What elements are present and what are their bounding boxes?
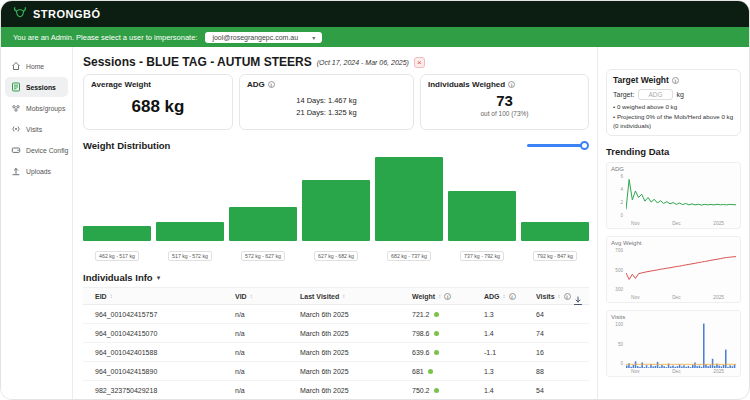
histogram-range-slider[interactable]	[527, 141, 589, 150]
cell-last-visited: March 6th 2025	[300, 368, 412, 375]
sidebar-item-visits[interactable]: Visits	[5, 119, 68, 139]
chart-title: Visits	[611, 314, 736, 320]
app-logo-text: STRONGBÓ	[33, 8, 101, 20]
cell-visits: 16	[536, 349, 582, 356]
download-icon[interactable]	[573, 292, 583, 310]
cell-adg: 1.3	[484, 368, 536, 375]
sort-icon[interactable]: ↕	[503, 293, 506, 299]
table-row[interactable]: 964_001042401588n/aMarch 6th 2025639.6-1…	[83, 343, 589, 362]
app-window: STRONGBÓ You are an Admin. Please select…	[0, 0, 750, 400]
sort-icon[interactable]: ↕	[342, 293, 345, 299]
table-row[interactable]: 964_001042415757n/aMarch 6th 2025721.21.…	[83, 305, 589, 324]
slider-knob[interactable]	[580, 141, 589, 150]
user-impersonate-select[interactable]: jool@rosegrangepc.com.au ▾	[205, 32, 322, 43]
individuals-table: EID↕ VID↕ Last Visited↕ Weight↕i ADG↕i V…	[83, 287, 589, 399]
individuals-info-title: Individuals Info	[83, 272, 153, 283]
cell-vid: n/a	[235, 368, 300, 375]
target-weight-input[interactable]: ADG	[638, 89, 672, 100]
chart-title: ADG	[611, 166, 736, 172]
col-header-weight[interactable]: Weight↕i	[412, 293, 484, 300]
weight-distribution-section: Weight Distribution 462 kg - 517 kg517 k…	[83, 139, 589, 262]
adg-21-days: 21 Days: 1.325 kg	[247, 107, 406, 119]
table-row[interactable]: 982_323750429218n/aMarch 6th 2025750.21.…	[83, 381, 589, 399]
col-header-vid[interactable]: VID↕	[235, 293, 300, 300]
sort-icon[interactable]: ↕	[250, 293, 253, 299]
cell-vid: n/a	[235, 311, 300, 318]
uploads-icon	[11, 166, 21, 176]
cell-eid: 964_001042401588	[95, 349, 235, 356]
sidebar-item-label: Visits	[26, 126, 42, 133]
histogram-bar	[229, 157, 297, 241]
histogram-bar	[521, 157, 589, 241]
x-axis-ticks: NovDec2025	[611, 220, 736, 226]
col-header-adg[interactable]: ADG↕i	[484, 293, 536, 300]
sidebar-item-device[interactable]: Device Config	[5, 140, 68, 160]
y-axis-ticks: 100500	[611, 322, 624, 368]
sort-icon[interactable]: ↕	[438, 293, 441, 299]
sidebar-item-sessions[interactable]: Sessions	[5, 77, 68, 97]
sessions-icon	[11, 82, 21, 92]
histogram-bar	[375, 157, 443, 241]
chart-title: Avg Weight	[611, 240, 736, 246]
sort-icon[interactable]: ↕	[110, 293, 113, 299]
individuals-info-section: Individuals Info ▾ EID↕ VID↕ Last Visite…	[83, 271, 589, 399]
col-header-eid[interactable]: EID↕	[95, 293, 235, 300]
adg-trend-plot	[626, 174, 736, 220]
sidebar-item-label: Mobs/groups	[26, 105, 65, 112]
histogram-bin-label: 737 kg - 792 kg	[460, 251, 504, 261]
banner-message: You are an Admin. Please select a user t…	[13, 33, 197, 42]
cell-adg: -1.1	[484, 349, 536, 356]
cell-weight: 681	[412, 368, 484, 375]
info-icon[interactable]: i	[444, 293, 451, 300]
trending-data-title: Trending Data	[606, 146, 741, 157]
info-icon[interactable]: i	[508, 81, 515, 88]
cell-weight: 798.6	[412, 330, 484, 337]
info-icon[interactable]: i	[564, 293, 571, 300]
col-header-last-visited[interactable]: Last Visited↕	[300, 293, 412, 300]
target-label: Target:	[613, 91, 634, 98]
histogram-bin-label: 572 kg - 627 kg	[241, 251, 285, 261]
sidebar-item-mobs[interactable]: Mobs/groups	[5, 98, 68, 118]
page-title: Sessions - BLUE TAG - AUTUM STEERS	[83, 55, 312, 69]
trend-chart-adg: ADG 6420 NovDec2025	[606, 162, 741, 229]
x-axis-ticks: NovDec2025	[611, 294, 736, 300]
histogram-bin-label: 627 kg - 682 kg	[314, 251, 358, 261]
adg-card: ADG i 14 Days: 1.467 kg 21 Days: 1.325 k…	[239, 74, 414, 130]
table-row[interactable]: 964_001042415890n/aMarch 6th 20256811.38…	[83, 362, 589, 381]
trend-chart-avg-weight: Avg Weight 700500300 NovDec2025	[606, 236, 741, 303]
histogram-bars	[83, 157, 589, 241]
adg-14-days: 14 Days: 1.467 kg	[247, 95, 406, 107]
average-weight-card: Average Weight 688 kg	[83, 74, 233, 130]
sort-icon[interactable]: ↕	[558, 293, 561, 299]
collapse-chevron-icon[interactable]: ▾	[157, 274, 161, 282]
info-icon[interactable]: i	[509, 293, 516, 300]
histogram-bin-label: 682 kg - 737 kg	[387, 251, 431, 261]
target-bullet-2: Projecting 0% of the Mob/Herd above 0 kg…	[613, 113, 734, 130]
histogram-labels: 462 kg - 517 kg517 kg - 572 kg572 kg - 6…	[83, 244, 589, 262]
selected-user-email: jool@rosegrangepc.com.au	[212, 34, 298, 41]
cell-weight: 750.2	[412, 387, 484, 394]
main-content: Sessions - BLUE TAG - AUTUM STEERS (Oct …	[73, 47, 597, 399]
sidebar-item-label: Home	[26, 63, 44, 70]
strongbo-cattle-logo-icon	[13, 5, 27, 23]
cell-visits: 54	[536, 387, 582, 394]
cell-vid: n/a	[235, 349, 300, 356]
cell-adg: 1.4	[484, 387, 536, 394]
average-weight-label: Average Weight	[91, 80, 225, 89]
individuals-weighed-subtext: out of 100 (73%)	[428, 110, 581, 117]
info-icon[interactable]: i	[268, 81, 275, 88]
sidebar-item-label: Uploads	[26, 168, 51, 175]
cell-last-visited: March 6th 2025	[300, 349, 412, 356]
slider-track	[527, 144, 587, 147]
x-axis-ticks: NovDec2025	[611, 368, 736, 374]
table-row[interactable]: 964_001042415070n/aMarch 6th 2025798.61.…	[83, 324, 589, 343]
weight-status-dot	[434, 388, 439, 393]
cell-eid: 964_001042415757	[95, 311, 235, 318]
info-icon[interactable]: i	[672, 77, 679, 84]
cell-weight: 639.6	[412, 349, 484, 356]
app-body: HomeSessionsMobs/groupsVisitsDevice Conf…	[1, 47, 749, 399]
sidebar-item-home[interactable]: Home	[5, 56, 68, 76]
clear-filter-button[interactable]: ×	[414, 57, 425, 68]
histogram-bar	[448, 157, 516, 241]
sidebar-item-uploads[interactable]: Uploads	[5, 161, 68, 181]
